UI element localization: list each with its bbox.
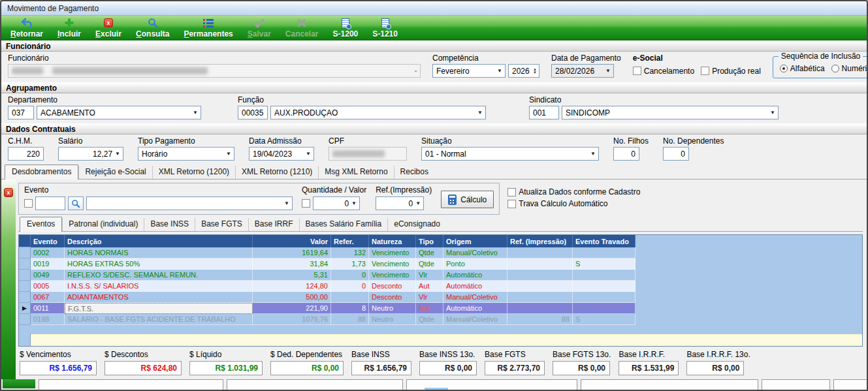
- column-header-valor[interactable]: Valor: [253, 235, 331, 247]
- checkbox-trava-calculo[interactable]: Trava Cálculo Automático: [507, 199, 640, 208]
- checkbox-cancelamento[interactable]: Cancelamento: [633, 67, 694, 76]
- evento-code-input[interactable]: [35, 196, 65, 210]
- inner-tab-patronal-individual[interactable]: Patronal (individual): [62, 218, 144, 231]
- table-row[interactable]: ▶0011F.G.T.S.221,908NeutroAutAutomático: [19, 303, 862, 314]
- cell-evento: 0067: [31, 292, 65, 303]
- toolbar-button-retornar[interactable]: Retornar: [3, 16, 50, 40]
- row-filler: [635, 314, 862, 325]
- radio-numerica[interactable]: Numérica: [831, 64, 868, 73]
- toolbar-button-consulta[interactable]: Consulta: [129, 16, 176, 40]
- data-pagamento-select[interactable]: 28/02/2026 ▼: [551, 64, 614, 78]
- column-header-origem[interactable]: Origem: [443, 235, 507, 247]
- grid-empty-area: [19, 325, 862, 334]
- checkbox-icon: [633, 67, 641, 75]
- inner-tab-eventos[interactable]: Eventos: [20, 217, 62, 232]
- evento-select[interactable]: ▼: [86, 196, 293, 210]
- inner-tab-base-fgts[interactable]: Base FGTS: [195, 218, 248, 231]
- column-header-evento[interactable]: Evento: [31, 235, 65, 247]
- evento-checkbox[interactable]: [24, 199, 33, 208]
- chevron-down-icon: ▼: [306, 151, 312, 157]
- quantidade-valor-select[interactable]: 0 ▼: [313, 196, 360, 210]
- row-selector[interactable]: [19, 292, 31, 303]
- grid-header-filler: [635, 235, 862, 247]
- tipo-pagamento-select[interactable]: Horário ▼: [138, 147, 234, 161]
- grid-new-row[interactable]: [19, 334, 862, 346]
- toolbar-button-excluir[interactable]: xExcluir: [88, 16, 129, 40]
- row-filler: [635, 292, 862, 303]
- departamento-select[interactable]: ACABAMENTO ▼: [37, 106, 201, 119]
- table-row[interactable]: 0188SALARIO - BASE FGTS ACIDENTE DE TRAB…: [19, 314, 862, 325]
- totals-field-descontos: $ DescontosR$ 624,80: [104, 350, 182, 375]
- cpf-input[interactable]: [329, 147, 407, 161]
- competencia-select[interactable]: Fevereiro ▼: [432, 64, 506, 78]
- column-header-evento-travado[interactable]: Evento Travado: [573, 235, 635, 247]
- toolbar-button-s1210[interactable]: S-1210: [365, 16, 405, 40]
- ref-impressao-select[interactable]: 0 ▼: [376, 196, 424, 210]
- chevron-down-icon: ▼: [605, 68, 611, 74]
- funcao-select[interactable]: AUX.PRODUÇAO ▼: [270, 106, 486, 119]
- calculo-button[interactable]: Cálculo: [441, 191, 494, 208]
- dependentes-input[interactable]: 0: [663, 147, 689, 161]
- titlebar[interactable]: Movimento de Pagamento: [1, 1, 867, 16]
- cell-tipo: Aut: [416, 303, 443, 314]
- column-header-descri-o[interactable]: Descrição: [65, 235, 253, 247]
- bottom-green-box: [3, 379, 35, 388]
- cell-natureza: Vencimento: [369, 270, 416, 281]
- funcionario-input[interactable]: ▪: [8, 64, 421, 78]
- new-row-body[interactable]: [31, 334, 862, 346]
- spinner-down-icon[interactable]: ▼: [533, 71, 537, 74]
- quantidade-checkbox[interactable]: [302, 199, 310, 208]
- row-selector[interactable]: [19, 281, 31, 292]
- situacao-select[interactable]: 01 - Normal ▼: [421, 147, 599, 161]
- column-header-refer[interactable]: Refer.: [331, 235, 369, 247]
- toolbar-button-permanentes[interactable]: Permanentes: [176, 16, 240, 40]
- table-row[interactable]: 0002HORAS NORMAIS1619,64132VencimentoQtd…: [19, 247, 862, 258]
- funcao-label: Função: [238, 95, 486, 104]
- main-tab-xml-retorno-1200[interactable]: XML Retorno (1200): [152, 166, 235, 179]
- cell-ref_impressao: [507, 303, 573, 314]
- checkbox-producao-real[interactable]: Produção real: [701, 67, 761, 76]
- toolbar-button-s1200[interactable]: S-1200: [326, 16, 366, 40]
- checkbox-atualiza-dados[interactable]: Atualiza Dados conforme Cadastro: [507, 187, 640, 196]
- sindicato-code-input[interactable]: 001: [529, 106, 559, 119]
- evento-search-button[interactable]: [68, 196, 84, 210]
- funcao-code-input[interactable]: 00035: [238, 106, 268, 119]
- column-header-tipo[interactable]: Tipo: [416, 235, 443, 247]
- radio-alfabetica[interactable]: Alfabética: [780, 64, 825, 73]
- totals-label: Base INSS 13o.: [419, 350, 477, 359]
- table-row[interactable]: 0005I.N.S.S. S/ SALARIOS124,800DescontoA…: [19, 281, 862, 292]
- main-tab-xml-retorno-1210[interactable]: XML Retorno (1210): [235, 166, 318, 179]
- table-row[interactable]: 0049REFLEXO S/DESC. SEMANAL REMUN.5,310V…: [19, 270, 862, 281]
- situacao-label: Situação: [421, 136, 599, 146]
- salario-select[interactable]: 12,27 ▼: [58, 147, 123, 161]
- filhos-input[interactable]: 0: [613, 147, 639, 161]
- sindicato-select[interactable]: SINDICOMP ▼: [562, 106, 779, 119]
- row-selector[interactable]: [19, 314, 31, 325]
- table-row[interactable]: 0019HORAS EXTRAS 50%31,841,73VencimentoQ…: [19, 258, 862, 270]
- departamento-code-input[interactable]: 037: [8, 106, 34, 119]
- year-spinner[interactable]: 2026 ▲▼: [508, 64, 539, 78]
- inner-tab-base-irrf[interactable]: Base IRRF: [248, 218, 299, 231]
- row-selector[interactable]: [19, 270, 31, 281]
- inner-tab-base-inss[interactable]: Base INSS: [144, 218, 195, 231]
- table-row[interactable]: 0067ADIANTAMENTOS500,00DescontoVlrManual…: [19, 292, 862, 303]
- row-selector[interactable]: [19, 258, 31, 270]
- column-header-ref-impress-o[interactable]: Ref. (Impressão): [507, 235, 573, 247]
- row-selector[interactable]: [19, 247, 31, 258]
- chm-input[interactable]: 220: [8, 147, 44, 161]
- data-admissao-select[interactable]: 19/04/2023 ▼: [249, 147, 314, 161]
- row-selector[interactable]: ▶: [19, 303, 31, 314]
- column-header-natureza[interactable]: Natureza: [369, 235, 416, 247]
- remove-event-icon[interactable]: x: [4, 188, 13, 197]
- horizontal-scrollbar-thumb[interactable]: [425, 388, 448, 390]
- main-tab-desdobramentos[interactable]: Desdobramentos: [5, 164, 78, 180]
- main-tab-msg-xml-retorno[interactable]: Msg XML Retorno: [318, 166, 393, 179]
- inner-tab-bases-sal-rio-fam-lia[interactable]: Bases Salário Família: [299, 218, 388, 231]
- cell-travado: [573, 281, 635, 292]
- funcionario-label: Funcionário: [8, 54, 421, 63]
- main-tab-recibos[interactable]: Recibos: [394, 166, 434, 179]
- totals-field-l-quido: $ LíquidoR$ 1.031,99: [189, 350, 263, 375]
- main-tab-rejei-o-e-social[interactable]: Rejeição e-Social: [78, 166, 152, 179]
- inner-tab-econsignado[interactable]: eConsignado: [387, 218, 446, 231]
- toolbar-button-incluir[interactable]: Incluir: [50, 16, 88, 40]
